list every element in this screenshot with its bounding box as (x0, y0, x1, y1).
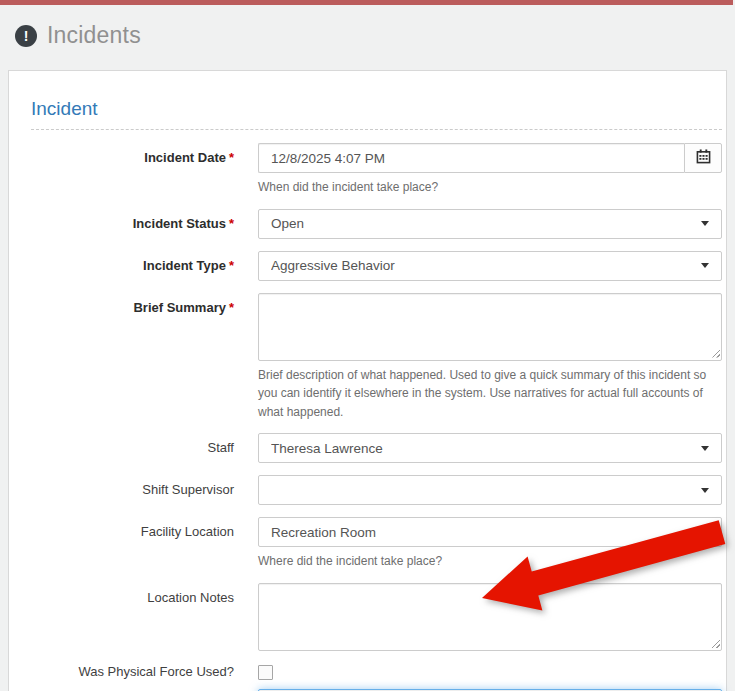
chevron-down-icon (701, 221, 709, 226)
incident-date-help: When did the incident take place? (258, 178, 722, 197)
field-row-location-notes: Location Notes (31, 583, 722, 651)
required-asterisk: * (229, 150, 234, 165)
field-row-incident-status: Incident Status* Open (31, 209, 722, 239)
incident-date-input[interactable] (258, 143, 684, 173)
incident-form-panel: Incident Incident Date* When did the inc… (8, 70, 727, 691)
incident-type-label: Incident Type* (31, 251, 234, 281)
incident-status-select[interactable]: Open (258, 209, 722, 239)
section-heading-incident: Incident (31, 98, 722, 130)
physical-force-checkbox[interactable] (258, 665, 273, 680)
field-row-incident-type: Incident Type* Aggressive Behavior (31, 251, 722, 281)
chevron-down-icon (701, 263, 709, 268)
selected-value: Open (271, 216, 693, 231)
staff-label: Staff (31, 433, 234, 463)
location-notes-textarea[interactable] (258, 583, 722, 651)
field-row-brief-summary: Brief Summary* Brief description of what… (31, 293, 722, 422)
facility-location-label: Facility Location (31, 517, 234, 571)
incident-status-control: Open (258, 209, 722, 239)
required-asterisk: * (229, 258, 234, 273)
selected-value: Theresa Lawrence (271, 441, 693, 456)
location-notes-textarea-wrap (258, 583, 722, 651)
required-asterisk: * (229, 216, 234, 231)
field-row-incident-date: Incident Date* When did the incident tak… (31, 143, 722, 197)
chevron-down-icon (701, 446, 709, 451)
staff-select[interactable]: Theresa Lawrence (258, 433, 722, 463)
physical-force-control (258, 663, 722, 680)
field-row-shift-supervisor: Shift Supervisor (31, 475, 722, 505)
brief-summary-help: Brief description of what happened. Used… (258, 366, 722, 422)
incident-type-control: Aggressive Behavior (258, 251, 722, 281)
shift-supervisor-label: Shift Supervisor (31, 475, 234, 505)
label-text: Incident Status (133, 216, 226, 231)
label-text: Brief Summary (133, 300, 225, 315)
label-text: Incident Date (144, 150, 226, 165)
facility-location-control: Recreation Room Where did the incident t… (258, 517, 722, 571)
exclamation-glyph: ! (24, 29, 29, 43)
chevron-down-icon (701, 530, 709, 535)
shift-supervisor-control (258, 475, 722, 505)
brief-summary-textarea-wrap (258, 293, 722, 361)
incident-type-select[interactable]: Aggressive Behavior (258, 251, 722, 281)
location-notes-control (258, 583, 722, 651)
shift-supervisor-select[interactable] (258, 475, 722, 505)
selected-value: Aggressive Behavior (271, 258, 693, 273)
label-text: Incident Type (143, 258, 226, 273)
page-title: Incidents (47, 22, 141, 49)
staff-control: Theresa Lawrence (258, 433, 722, 463)
field-row-facility-location: Facility Location Recreation Room Where … (31, 517, 722, 571)
incident-date-input-group (258, 143, 722, 173)
facility-location-select[interactable]: Recreation Room (258, 517, 722, 547)
facility-location-help: Where did the incident take place? (258, 552, 722, 571)
location-notes-label: Location Notes (31, 583, 234, 651)
page-header: ! Incidents (0, 5, 735, 63)
chevron-down-icon (701, 488, 709, 493)
exclamation-circle-icon: ! (15, 25, 37, 47)
incident-date-control: When did the incident take place? (258, 143, 722, 197)
field-row-staff: Staff Theresa Lawrence (31, 433, 722, 463)
calendar-button[interactable] (684, 143, 722, 173)
field-row-physical-force: Was Physical Force Used? (31, 663, 722, 680)
incident-date-label: Incident Date* (31, 143, 234, 197)
physical-force-label: Was Physical Force Used? (31, 663, 234, 680)
calendar-icon (696, 149, 711, 167)
incident-status-label: Incident Status* (31, 209, 234, 239)
selected-value: Recreation Room (271, 525, 693, 540)
brief-summary-control: Brief description of what happened. Used… (258, 293, 722, 422)
brief-summary-label: Brief Summary* (31, 293, 234, 422)
required-asterisk: * (229, 300, 234, 315)
brief-summary-textarea[interactable] (258, 293, 722, 361)
